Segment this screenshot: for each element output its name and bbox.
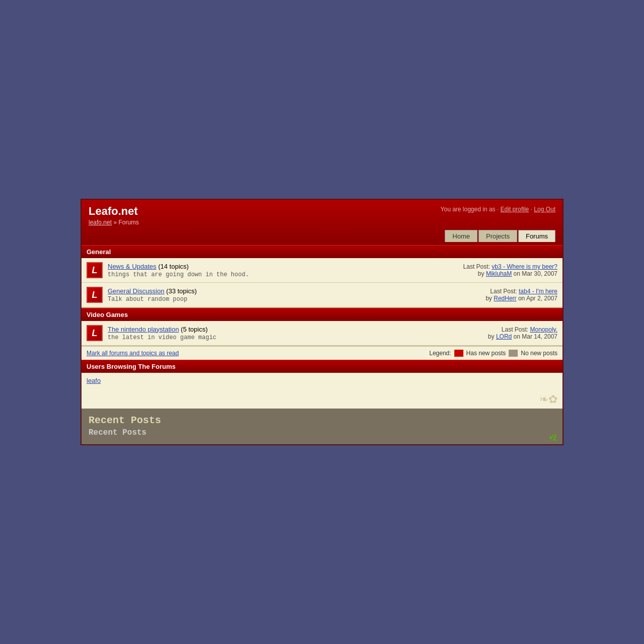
browsing-footer: ❧✿: [82, 388, 562, 409]
site-title: Leafo.net: [89, 205, 139, 218]
legend-new-posts-label: Has new posts: [466, 350, 506, 357]
legend-new-posts-icon: [454, 350, 463, 357]
floral-icon: ❧✿: [539, 393, 557, 406]
last-post-general: Last Post: tab4 - I'm here by RedHerr on…: [447, 288, 557, 302]
header: Leafo.net leafo.net » Forums You are log…: [82, 200, 562, 245]
last-post-news: Last Post: vb3 - Where is my beer? by Mi…: [447, 263, 557, 277]
legend-items: Legend: Has new posts No new posts: [429, 350, 557, 357]
legend-no-posts-label: No new posts: [521, 350, 557, 357]
forum-row-nintendo: L The nintendo playstation (5 topics) th…: [82, 321, 562, 346]
breadcrumb-home-link[interactable]: leafo.net: [89, 219, 112, 226]
last-post-author-general[interactable]: RedHerr: [494, 295, 516, 302]
forum-name-nintendo: The nintendo playstation (5 topics): [108, 326, 447, 333]
mark-all-read-link[interactable]: Mark all forums and topics as read: [87, 350, 179, 357]
logged-in-text: You are logged in as ·: [441, 206, 499, 213]
users-browsing-section: Users Browsing The Forums leafo ❧✿: [82, 360, 562, 409]
legend-row: Mark all forums and topics as read Legen…: [82, 346, 562, 360]
breadcrumb: leafo.net » Forums: [89, 219, 139, 226]
edit-profile-link[interactable]: Edit profile: [501, 206, 529, 213]
forum-desc-news: things that are going down in the hood.: [108, 271, 447, 278]
forum-topics-general: (33 topics): [166, 287, 197, 295]
legend-label: Legend:: [429, 350, 451, 357]
logout-link[interactable]: Log Out: [534, 206, 555, 213]
users-browsing-header: Users Browsing The Forums: [82, 360, 562, 373]
general-section-header: General: [82, 245, 562, 258]
forum-info-nintendo: The nintendo playstation (5 topics) the …: [108, 326, 447, 341]
forum-row-news-updates: L News & Updates (14 topics) things that…: [82, 258, 562, 283]
forum-link-nintendo[interactable]: The nintendo playstation: [108, 326, 179, 333]
breadcrumb-sep: »: [113, 219, 117, 226]
forum-info-general: General Discussion (33 topics) Talk abou…: [108, 287, 447, 303]
breadcrumb-current: Forums: [118, 219, 139, 226]
forum-desc-nintendo: the latest in video game magic: [108, 334, 447, 341]
last-post-author-nintendo[interactable]: LORd: [496, 333, 512, 340]
tab-forums[interactable]: Forums: [518, 230, 555, 242]
video-games-section-header: Video Games: [82, 308, 562, 321]
last-post-nintendo: Last Post: Monopoly. by LORd on Mar 14, …: [447, 326, 557, 340]
tab-home[interactable]: Home: [445, 230, 477, 242]
last-post-link-general[interactable]: tab4 - I'm here: [519, 288, 557, 295]
forum-icon-nintendo: L: [87, 325, 103, 341]
forum-desc-general: Talk about random poop: [108, 296, 447, 303]
users-browsing-content: leafo: [82, 373, 562, 388]
forum-topics-nintendo: (5 topics): [181, 326, 208, 333]
forum-icon-general: L: [87, 287, 103, 303]
general-section: General L News & Updates (14 topics) thi…: [82, 245, 562, 308]
tab-projects[interactable]: Projects: [478, 230, 517, 242]
video-games-section: Video Games L The nintendo playstation (…: [82, 308, 562, 346]
forum-link-general[interactable]: General Discussion: [108, 287, 165, 295]
forum-info-news: News & Updates (14 topics) things that a…: [108, 263, 447, 278]
recent-posts-heading2: Recent Posts: [89, 428, 555, 437]
browsing-user-link[interactable]: leafo: [87, 377, 101, 384]
nav-tabs: Home Projects Forums: [89, 230, 555, 242]
recent-posts-icon: 🌿: [549, 434, 557, 442]
forum-name-news: News & Updates (14 topics): [108, 263, 447, 270]
forum-row-general-discussion: L General Discussion (33 topics) Talk ab…: [82, 283, 562, 307]
recent-posts-section: Recent Posts Recent Posts 🌿: [82, 409, 562, 444]
recent-posts-heading1: Recent Posts: [89, 415, 555, 426]
last-post-link-news[interactable]: vb3 - Where is my beer?: [492, 263, 557, 270]
forum-link-news[interactable]: News & Updates: [108, 263, 156, 270]
last-post-link-nintendo[interactable]: Monopoly.: [530, 326, 557, 333]
forum-name-general: General Discussion (33 topics): [108, 287, 447, 295]
last-post-author-news[interactable]: MikluhaM: [486, 270, 512, 277]
forum-topics-news: (14 topics): [158, 263, 189, 270]
forum-icon-news: L: [87, 262, 103, 278]
user-info: You are logged in as · Edit profile · Lo…: [441, 206, 555, 213]
legend-no-posts-icon: [509, 350, 518, 357]
